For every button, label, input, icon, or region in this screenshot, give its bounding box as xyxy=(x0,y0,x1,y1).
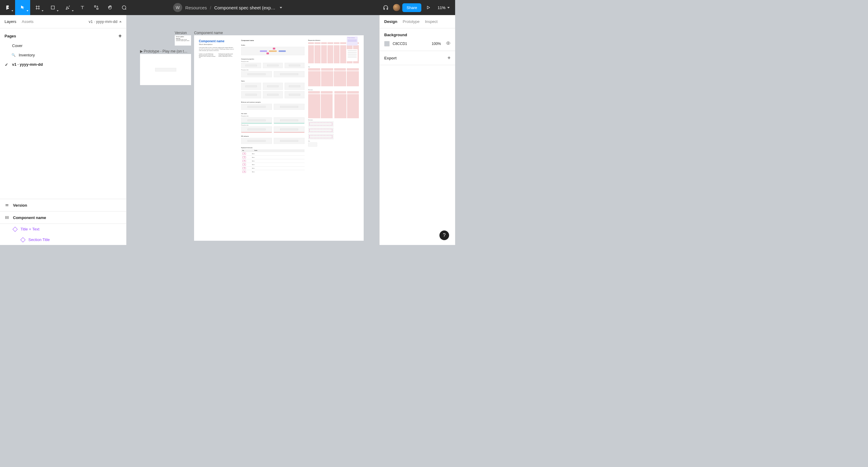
page-item-cover[interactable]: Cover xyxy=(0,41,126,51)
file-menu-caret[interactable] xyxy=(279,7,282,8)
layer-frame-component[interactable]: Component name xyxy=(0,211,126,224)
background-row[interactable]: C8CCD1 100% xyxy=(384,41,451,46)
resp-dimensions: Dimensions xyxy=(308,89,359,91)
text-tool[interactable] xyxy=(75,0,89,15)
move-tool[interactable] xyxy=(15,0,30,15)
canvas-frame-prototype[interactable] xyxy=(140,54,191,85)
breadcrumb-sep: / xyxy=(210,5,211,10)
export-section: Export + xyxy=(380,51,455,65)
pages-header: Pages + xyxy=(0,28,126,41)
right-panel: Design Prototype Inspect Background C8CC… xyxy=(379,15,455,245)
layer-section-title[interactable]: Section Title xyxy=(0,234,126,245)
page-list: Cover 🔍 Inventory ✓ v1 · yyyy-mm-dd xyxy=(0,41,126,72)
layer-label: Section Title xyxy=(28,237,50,242)
page-selector[interactable]: v1 · yyyy-mm-dd xyxy=(89,19,122,24)
spec-title: Component name xyxy=(199,39,235,43)
zoom-control[interactable]: 11% xyxy=(435,5,452,10)
comment-tool[interactable] xyxy=(117,0,131,15)
file-name[interactable]: Component spec sheet (exp… xyxy=(214,5,276,10)
background-swatch[interactable] xyxy=(384,41,390,46)
resp-dimensions-2: Dimensions xyxy=(308,120,359,121)
pen-tool[interactable] xyxy=(60,0,75,15)
frame-icon xyxy=(35,5,40,10)
version-card-body: Lorem ipsum dolor sit amet consectetur a… xyxy=(176,39,190,42)
layer-label: Component name xyxy=(13,215,46,220)
workspace-badge[interactable]: W xyxy=(173,3,182,12)
spec-intro: Component name Short description Lorem i… xyxy=(199,39,235,173)
left-panel: Layers Assets v1 · yyyy-mm-dd Pages + Co… xyxy=(0,15,126,245)
frame-icon xyxy=(4,203,9,207)
page-selector-label: v1 · yyyy-mm-dd xyxy=(89,19,117,24)
help-button[interactable]: ? xyxy=(439,231,449,240)
resources-tool[interactable] xyxy=(89,0,103,15)
instance-icon xyxy=(13,227,18,232)
prototype-placeholder xyxy=(155,68,176,71)
canvas-frame-version[interactable]: Version updates Insert text Lorem ipsum … xyxy=(175,35,191,45)
audio-button[interactable] xyxy=(380,2,391,13)
magnifier-icon: 🔍 xyxy=(11,53,16,57)
prop-label-2: Placing 2px stroke xyxy=(241,69,305,71)
sec-properties: Component properties xyxy=(241,58,305,60)
page-item-v1[interactable]: ✓ v1 · yyyy-mm-dd xyxy=(0,60,126,69)
sec-keyboard: Keyboard shortcuts xyxy=(241,147,305,148)
spec-lorem-2b: Sed feugiat tortor eget dolor semper sem… xyxy=(218,54,235,59)
zoom-value: 11% xyxy=(438,5,445,10)
canvas-frame-component[interactable]: Component name Short description Lorem i… xyxy=(194,35,364,241)
page-label: v1 · yyyy-mm-dd xyxy=(12,62,43,67)
chevron-down-icon xyxy=(447,7,450,8)
background-title: Background xyxy=(384,33,451,37)
add-page-button[interactable]: + xyxy=(118,33,122,39)
tab-prototype[interactable]: Prototype xyxy=(403,19,420,24)
frame-label-version[interactable]: Version xyxy=(175,31,187,35)
layer-label: Title + Text xyxy=(21,227,39,231)
hand-icon xyxy=(107,5,113,10)
share-button[interactable]: Share xyxy=(402,3,421,12)
background-opacity[interactable]: 100% xyxy=(432,42,441,46)
canvas[interactable]: Version Version updates Insert text Lore… xyxy=(126,15,379,245)
canvas-frame-main-component[interactable]: ✦ Main component xyxy=(347,36,358,45)
toolbar-center: W Resources / Component spec sheet (exp… xyxy=(173,3,282,12)
use-label-1: Placing 2px stroke xyxy=(241,115,305,117)
frame-label-prototype[interactable]: ▶ Prototype - Play me (on t… xyxy=(140,49,187,54)
sec-guides: Guides xyxy=(241,44,305,46)
chevron-up-icon xyxy=(119,21,122,22)
check-icon: ✓ xyxy=(5,62,8,67)
pen-icon xyxy=(65,5,71,10)
tab-design[interactable]: Design xyxy=(384,19,397,24)
frame-icon xyxy=(4,215,9,220)
present-button[interactable] xyxy=(423,2,433,13)
svg-rect-1 xyxy=(94,6,96,7)
toolbar-right: Share 11% xyxy=(380,2,455,13)
main-menu-button[interactable] xyxy=(0,0,15,15)
background-hex[interactable]: C8CCD1 xyxy=(393,42,429,46)
tab-assets[interactable]: Assets xyxy=(22,19,33,24)
right-panel-tabs: Design Prototype Inspect xyxy=(380,15,455,28)
left-panel-tabs: Layers Assets v1 · yyyy-mm-dd xyxy=(0,15,126,28)
headphones-icon xyxy=(383,4,389,10)
spec-lorem-1: Lorem ipsum dolor sit amet, consectetur … xyxy=(199,47,235,52)
canvas-frame-side-list[interactable] xyxy=(347,49,358,61)
frame-label-component[interactable]: Component name xyxy=(194,31,223,35)
keyboard-table: KeyDetails ⌘Action ⌘Action ⌘Action ⌘Acti… xyxy=(241,149,305,173)
toolbar-left xyxy=(0,0,131,15)
shape-tool[interactable] xyxy=(45,0,60,15)
layer-frame-version[interactable]: Version xyxy=(0,199,126,211)
frame-tool[interactable] xyxy=(30,0,45,15)
layers-tree-spacer xyxy=(0,72,126,199)
toolbar: W Resources / Component spec sheet (exp…… xyxy=(0,0,455,15)
page-item-inventory[interactable]: 🔍 Inventory xyxy=(0,51,126,60)
add-export-button[interactable]: + xyxy=(447,55,451,61)
user-avatar[interactable] xyxy=(393,4,401,11)
visibility-toggle[interactable] xyxy=(446,41,451,46)
hand-tool[interactable] xyxy=(103,0,117,15)
page-label: Cover xyxy=(12,43,23,48)
export-title: Export xyxy=(384,56,397,60)
figma-logo-icon xyxy=(5,5,10,10)
spec-left-column: Component name Guides Component properti… xyxy=(241,39,305,173)
tab-inspect[interactable]: Inspect xyxy=(425,19,438,24)
tab-layers[interactable]: Layers xyxy=(4,19,16,24)
layer-title-text[interactable]: Title + Text xyxy=(0,224,126,234)
breadcrumb-root[interactable]: Resources xyxy=(185,5,207,10)
version-card-title: Version updates xyxy=(176,36,190,38)
resp-mini-boxes xyxy=(308,121,334,139)
